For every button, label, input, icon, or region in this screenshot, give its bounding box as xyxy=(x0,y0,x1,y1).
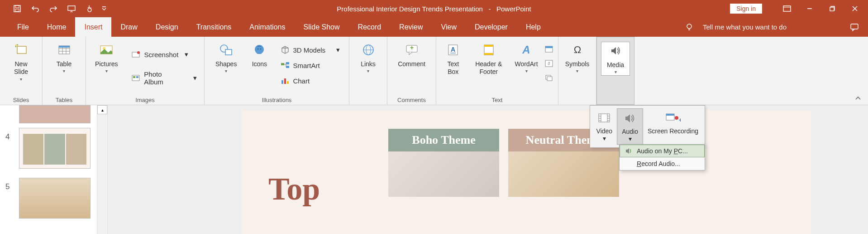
ribbon-tabs: File Home Insert Draw Design Transitions… xyxy=(0,17,868,37)
vertical-scrollbar[interactable]: ▴ xyxy=(97,105,108,234)
slide-thumbnail[interactable] xyxy=(19,178,91,219)
tab-transitions[interactable]: Transitions xyxy=(187,17,241,37)
redo-button[interactable] xyxy=(44,0,62,17)
tab-view[interactable]: View xyxy=(432,17,466,37)
chevron-down-icon: ▾ xyxy=(603,135,606,142)
tab-file[interactable]: File xyxy=(8,17,38,37)
tab-home[interactable]: Home xyxy=(38,17,76,37)
header-footer-button[interactable]: Header & Footer xyxy=(469,40,509,78)
media-dropdown: Video ▾ Audio ▾ + Screen Recording xyxy=(590,105,705,148)
tab-slideshow[interactable]: Slide Show xyxy=(294,17,348,37)
links-button[interactable]: Links ▾ xyxy=(354,40,383,75)
boho-theme-image xyxy=(388,151,499,197)
group-media: Media ▾ xyxy=(596,37,634,105)
table-label: Table xyxy=(57,60,72,68)
scroll-up-button[interactable]: ▴ xyxy=(97,105,107,114)
symbols-label: Symbols xyxy=(565,60,590,68)
tab-record[interactable]: Record xyxy=(349,17,391,37)
touch-mouse-mode-button[interactable] xyxy=(81,0,99,17)
tell-me-input[interactable]: Tell me what you want to do xyxy=(703,23,787,31)
tab-help[interactable]: Help xyxy=(517,17,550,37)
header-footer-label: Header & Footer xyxy=(474,60,504,76)
audio-on-my-pc-item[interactable]: Audio on My PC... xyxy=(620,145,705,157)
close-button[interactable] xyxy=(844,0,866,17)
screen-recording-button[interactable]: + Screen Recording xyxy=(643,108,703,145)
icons-button[interactable]: Icons xyxy=(245,40,274,69)
3d-models-button[interactable]: 3D Models ▾ xyxy=(277,42,343,58)
audio-button[interactable]: Audio ▾ xyxy=(617,108,643,145)
shapes-button[interactable]: Shapes ▾ xyxy=(211,40,241,75)
chart-button[interactable]: Chart xyxy=(277,73,343,88)
group-images: Pictures ▾ Screenshot ▾ Photo Album ▾ Im… xyxy=(86,37,205,105)
pictures-label: Pictures xyxy=(95,60,118,68)
table-button[interactable]: Table ▾ xyxy=(50,40,79,75)
new-slide-icon xyxy=(14,42,29,58)
audio-icon xyxy=(608,43,623,58)
save-button[interactable] xyxy=(8,0,26,17)
svg-rect-7 xyxy=(830,7,834,11)
comment-label: Comment xyxy=(398,60,425,68)
tab-animations[interactable]: Animations xyxy=(240,17,294,37)
slide-canvas[interactable]: Top Boho Theme Neutral Theme xyxy=(241,110,811,234)
collapse-ribbon-button[interactable] xyxy=(853,94,863,103)
slide-thumbnail[interactable] xyxy=(19,105,91,123)
svg-text:A: A xyxy=(522,44,530,56)
group-images-label: Images xyxy=(135,95,155,105)
group-media-label xyxy=(615,94,616,104)
video-button[interactable]: Video ▾ xyxy=(592,108,617,145)
tab-review[interactable]: Review xyxy=(390,17,432,37)
svg-rect-17 xyxy=(59,46,70,48)
slide-number-5: 5 xyxy=(5,182,10,191)
group-slides: New Slide ▾ Slides xyxy=(0,37,43,105)
pictures-button[interactable]: Pictures ▾ xyxy=(91,40,122,75)
svg-rect-4 xyxy=(783,6,791,11)
undo-button[interactable] xyxy=(26,0,44,17)
comments-pane-button[interactable] xyxy=(850,23,859,31)
tab-developer[interactable]: Developer xyxy=(466,17,517,37)
tab-draw[interactable]: Draw xyxy=(111,17,146,37)
group-comments: + Comment Comments xyxy=(387,37,436,105)
record-audio-item[interactable]: Record Audio... xyxy=(620,157,705,170)
link-icon xyxy=(361,42,376,58)
object-button[interactable] xyxy=(544,74,553,82)
svg-rect-45 xyxy=(484,53,493,55)
ribbon-display-options-button[interactable] xyxy=(776,0,798,17)
chevron-down-icon: ▾ xyxy=(525,68,528,73)
window-controls: Sign in xyxy=(730,0,868,17)
new-slide-button[interactable]: New Slide ▾ xyxy=(5,40,38,83)
svg-rect-64 xyxy=(666,114,674,116)
slide-number-button[interactable]: # xyxy=(544,59,553,68)
svg-rect-26 xyxy=(225,49,232,55)
photo-album-button[interactable]: Photo Album ▾ xyxy=(129,70,200,86)
wordart-button[interactable]: A WordArt ▾ xyxy=(512,40,541,75)
date-time-button[interactable] xyxy=(544,45,553,53)
audio-icon xyxy=(625,147,633,155)
slide-thumbnail[interactable] xyxy=(19,128,91,169)
smartart-button[interactable]: SmartArt xyxy=(277,58,343,73)
svg-point-11 xyxy=(15,44,17,46)
tab-insert[interactable]: Insert xyxy=(75,17,111,37)
slideshow-from-beginning-button[interactable] xyxy=(62,0,81,17)
3d-models-icon xyxy=(280,45,290,55)
svg-point-8 xyxy=(687,24,692,29)
sign-in-button[interactable]: Sign in xyxy=(730,4,762,14)
comment-button[interactable]: + Comment xyxy=(393,40,430,69)
qat-customize-button[interactable] xyxy=(99,0,110,17)
symbols-button[interactable]: Ω Symbols ▾ xyxy=(561,40,594,75)
chevron-down-icon: ▾ xyxy=(367,68,369,73)
screenshot-button[interactable]: Screenshot ▾ xyxy=(129,47,200,62)
tab-design[interactable]: Design xyxy=(147,17,187,37)
workspace: 4 5 ▴ Top Boho Theme Neutral Theme xyxy=(0,105,868,234)
symbol-icon: Ω xyxy=(570,42,585,58)
wordart-icon: A xyxy=(519,42,534,58)
maximize-button[interactable] xyxy=(821,0,844,17)
minimize-button[interactable] xyxy=(798,0,821,17)
svg-point-27 xyxy=(258,49,259,50)
record-audio-label: Record Audio... xyxy=(637,160,680,167)
window-title: Professional Interior Design Trends Pres… xyxy=(337,5,531,13)
text-box-icon: A xyxy=(445,42,461,58)
text-box-button[interactable]: A Text Box xyxy=(441,40,466,78)
app-name: PowerPoint xyxy=(496,5,531,13)
chevron-down-icon xyxy=(102,6,106,11)
media-button[interactable]: Media ▾ xyxy=(601,42,630,76)
